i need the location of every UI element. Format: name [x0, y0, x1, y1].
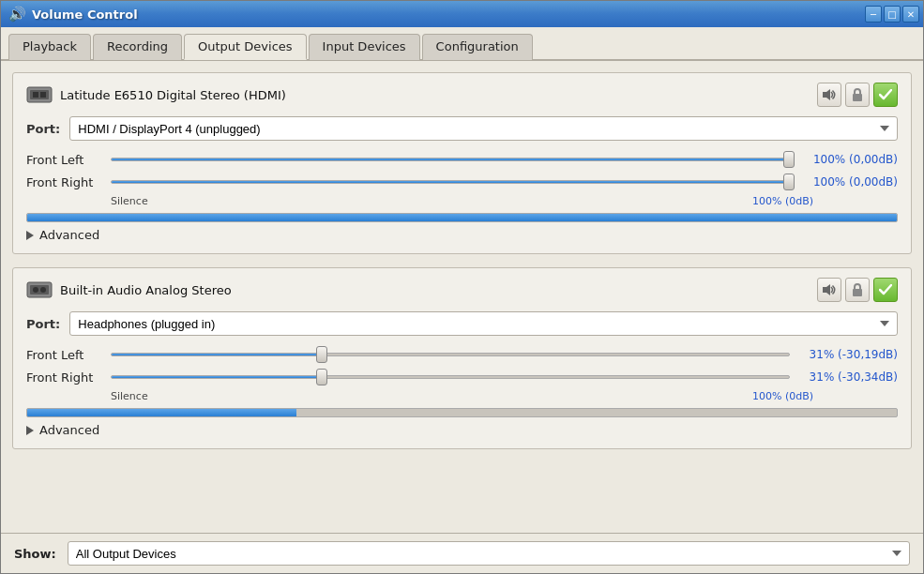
channel-label-1-fl: Front Left	[26, 153, 101, 167]
check-icon-1	[879, 89, 892, 100]
port-select-2[interactable]: Headphones (plugged in)	[69, 311, 898, 336]
scale-100-2: 100% (0dB)	[752, 390, 813, 402]
channel-row-1-frontright: Front Right 100% (0,00dB)	[26, 173, 898, 191]
scale-silence-2: Silence	[111, 390, 148, 402]
device-title-row-2: Built-in Audio Analog Stereo	[26, 279, 232, 300]
progress-bar-fill-2	[27, 409, 296, 416]
tab-input-devices[interactable]: Input Devices	[309, 34, 420, 60]
slider-thumb-1-fr[interactable]	[783, 174, 795, 190]
device-header-2: Built-in Audio Analog Stereo	[26, 278, 898, 302]
slider-fill-2-fl	[112, 354, 322, 355]
titlebar-left: 🔊 Volume Control	[8, 6, 138, 23]
device-name-1: Latitude E6510 Digital Stereo (HDMI)	[60, 88, 286, 102]
device-controls-2	[817, 278, 898, 302]
svg-rect-3	[40, 92, 46, 98]
slider-track-1-fl	[111, 158, 790, 161]
svg-point-9	[40, 287, 46, 293]
channel-label-2-fr: Front Right	[26, 370, 101, 385]
port-row-2: Port: Headphones (plugged in)	[26, 311, 898, 336]
slider-container-2-fr[interactable]	[111, 368, 790, 386]
scale-row-2: Silence 100% (0dB)	[111, 390, 813, 402]
show-label: Show:	[14, 547, 56, 561]
hdmi-icon	[26, 84, 53, 105]
slider-thumb-2-fl[interactable]	[316, 346, 327, 363]
close-button[interactable]: ✕	[902, 6, 919, 23]
window-title: Volume Control	[32, 8, 138, 22]
advanced-label-2: Advanced	[39, 423, 99, 437]
speaker-icon-1	[822, 88, 837, 101]
svg-marker-10	[823, 284, 830, 295]
device-controls-1	[817, 83, 898, 107]
port-select-1[interactable]: HDMI / DisplayPort 4 (unplugged)	[69, 116, 898, 141]
svg-rect-11	[853, 289, 862, 296]
lock-button-2[interactable]	[845, 278, 870, 302]
default-button-2[interactable]	[873, 278, 898, 302]
scale-100-1: 100% (0dB)	[752, 195, 813, 207]
progress-bar-2	[26, 408, 898, 417]
tab-configuration[interactable]: Configuration	[422, 34, 533, 60]
tab-recording[interactable]: Recording	[93, 34, 182, 60]
device-card-2: Built-in Audio Analog Stereo	[12, 267, 912, 449]
slider-track-2-fr	[111, 375, 790, 379]
device-card-1: Latitude E6510 Digital Stereo (HDMI)	[12, 72, 912, 254]
port-label-2: Port:	[26, 317, 60, 331]
mute-button-2[interactable]	[817, 278, 841, 302]
speaker-icon-2	[822, 283, 837, 296]
device-name-2: Built-in Audio Analog Stereo	[60, 283, 232, 297]
maximize-button[interactable]: □	[884, 6, 901, 23]
device-title-row-1: Latitude E6510 Digital Stereo (HDMI)	[26, 84, 286, 105]
slider-thumb-2-fr[interactable]	[316, 369, 327, 385]
main-window: 🔊 Volume Control ─ □ ✕ Playback Recordin…	[0, 0, 924, 574]
titlebar-buttons: ─ □ ✕	[865, 6, 919, 23]
device-header-1: Latitude E6510 Digital Stereo (HDMI)	[26, 83, 898, 107]
lock-icon-2	[852, 283, 863, 296]
channel-value-2-fl: 31% (-30,19dB)	[799, 348, 898, 361]
bottom-bar: Show: All Output Devices Hardware Output…	[1, 533, 923, 573]
channel-row-2-frontright: Front Right 31% (-30,34dB)	[26, 368, 898, 386]
tabs-bar: Playback Recording Output Devices Input …	[1, 27, 923, 61]
slider-container-1-fl[interactable]	[111, 150, 790, 169]
slider-container-1-fr[interactable]	[111, 173, 790, 191]
port-row-1: Port: HDMI / DisplayPort 4 (unplugged)	[26, 116, 898, 141]
device-icon-2	[26, 279, 53, 300]
channel-value-1-fr: 100% (0,00dB)	[799, 175, 898, 189]
slider-fill-1-fl	[112, 159, 789, 160]
slider-thumb-1-fl[interactable]	[783, 151, 795, 168]
device-icon-1	[26, 84, 53, 105]
show-select[interactable]: All Output Devices Hardware Output Devic…	[68, 541, 910, 566]
channel-row-1-frontleft: Front Left 100% (0,00dB)	[26, 150, 898, 169]
svg-point-8	[33, 287, 38, 293]
port-label-1: Port:	[26, 122, 60, 136]
lock-icon-1	[852, 88, 863, 101]
svg-rect-5	[853, 94, 862, 101]
scale-silence-1: Silence	[111, 195, 148, 207]
channel-row-2-frontleft: Front Left 31% (-30,19dB)	[26, 345, 898, 364]
mute-button-1[interactable]	[817, 83, 841, 107]
slider-container-2-fl[interactable]	[111, 345, 790, 364]
default-button-1[interactable]	[873, 83, 898, 107]
slider-fill-2-fr	[112, 376, 322, 378]
main-content: Latitude E6510 Digital Stereo (HDMI)	[1, 61, 923, 533]
progress-bar-fill-1	[27, 214, 897, 221]
advanced-row-2[interactable]: Advanced	[26, 423, 898, 437]
advanced-label-1: Advanced	[39, 228, 99, 242]
channel-value-2-fr: 31% (-30,34dB)	[799, 370, 898, 384]
progress-bar-1	[26, 213, 898, 222]
channel-label-1-fr: Front Right	[26, 175, 101, 189]
minimize-button[interactable]: ─	[865, 6, 882, 23]
slider-fill-1-fr	[112, 181, 789, 183]
svg-rect-2	[33, 92, 38, 98]
tab-playback[interactable]: Playback	[8, 34, 91, 60]
titlebar: 🔊 Volume Control ─ □ ✕	[1, 1, 923, 27]
scale-row-1: Silence 100% (0dB)	[111, 195, 813, 207]
audio-icon-2	[26, 279, 53, 300]
tab-output-devices[interactable]: Output Devices	[184, 34, 307, 60]
svg-marker-4	[823, 89, 830, 100]
channel-label-2-fl: Front Left	[26, 348, 101, 362]
lock-button-1[interactable]	[845, 83, 870, 107]
slider-track-2-fl	[111, 353, 790, 356]
advanced-triangle-1	[26, 231, 34, 240]
advanced-row-1[interactable]: Advanced	[26, 228, 898, 242]
check-icon-2	[879, 284, 892, 295]
app-icon: 🔊	[8, 6, 26, 23]
